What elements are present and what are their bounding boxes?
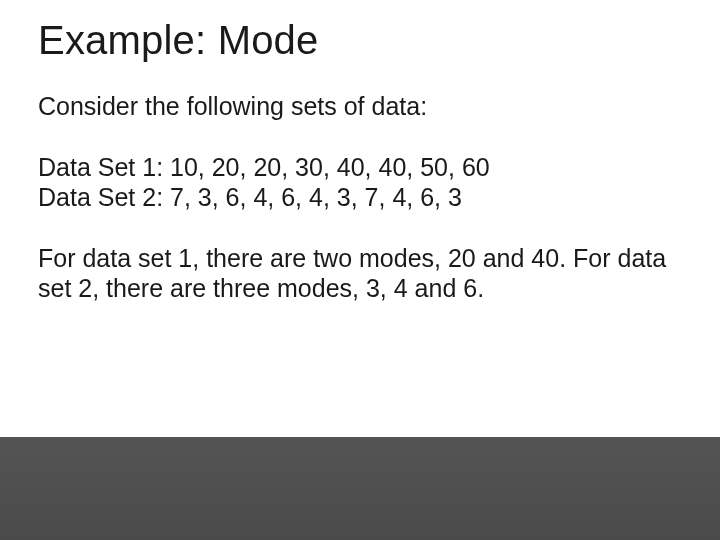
intro-text: Consider the following sets of data: xyxy=(38,91,682,122)
data-sets: Data Set 1: 10, 20, 20, 30, 40, 40, 50, … xyxy=(38,152,682,213)
content-panel: Example: Mode Consider the following set… xyxy=(0,0,720,437)
conclusion-text: For data set 1, there are two modes, 20 … xyxy=(38,243,682,304)
data-set-1: Data Set 1: 10, 20, 20, 30, 40, 40, 50, … xyxy=(38,152,682,183)
slide: Example: Mode Consider the following set… xyxy=(0,0,720,540)
body-text: Consider the following sets of data: Dat… xyxy=(38,91,682,304)
data-set-2: Data Set 2: 7, 3, 6, 4, 6, 4, 3, 7, 4, 6… xyxy=(38,182,682,213)
footer-band xyxy=(0,437,720,540)
slide-title: Example: Mode xyxy=(38,18,682,63)
